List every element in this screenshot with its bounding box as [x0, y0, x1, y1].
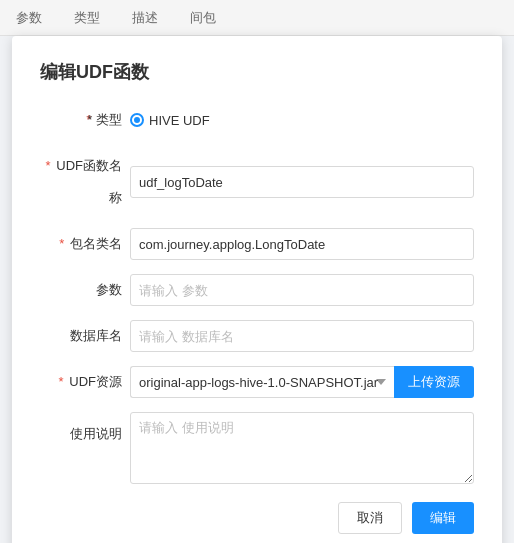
udf-source-select[interactable]: original-app-logs-hive-1.0-SNAPSHOT.jar	[130, 366, 394, 398]
database-input[interactable]	[130, 320, 474, 352]
upload-button[interactable]: 上传资源	[394, 366, 474, 398]
params-label: 参数	[40, 274, 130, 306]
description-row: 使用说明	[40, 412, 474, 484]
topbar-item-2: 类型	[74, 9, 100, 27]
description-label: 使用说明	[40, 412, 130, 450]
edit-udf-modal: 编辑UDF函数 ** 类型 HIVE UDF * UDF函数名称	[12, 36, 502, 543]
cancel-button[interactable]: 取消	[338, 502, 402, 534]
udf-source-row: * UDF资源 original-app-logs-hive-1.0-SNAPS…	[40, 366, 474, 398]
package-row: * 包名类名	[40, 228, 474, 260]
database-label: 数据库名	[40, 320, 130, 352]
type-row: ** 类型 HIVE UDF	[40, 104, 474, 136]
hive-udf-label: HIVE UDF	[149, 113, 210, 128]
udf-name-input[interactable]	[130, 166, 474, 198]
hive-udf-option[interactable]: HIVE UDF	[130, 113, 210, 128]
udf-name-label: * UDF函数名称	[40, 150, 130, 214]
udf-source-label: * UDF资源	[40, 366, 130, 398]
hive-udf-radio[interactable]	[130, 113, 144, 127]
type-radio-group[interactable]: HIVE UDF	[130, 104, 210, 136]
modal-title: 编辑UDF函数	[40, 60, 474, 84]
modal-overlay: 参数 类型 描述 间包 编辑UDF函数 ** 类型 HIVE UDF	[0, 0, 514, 543]
type-label: ** 类型	[40, 104, 130, 136]
udf-name-row: * UDF函数名称	[40, 150, 474, 214]
topbar-item-4: 间包	[190, 9, 216, 27]
params-row: 参数	[40, 274, 474, 306]
topbar-item-3: 描述	[132, 9, 158, 27]
submit-button[interactable]: 编辑	[412, 502, 474, 534]
udf-source-control: original-app-logs-hive-1.0-SNAPSHOT.jar …	[130, 366, 474, 398]
top-bar: 参数 类型 描述 间包	[0, 0, 514, 36]
modal-footer: 取消 编辑	[40, 502, 474, 534]
topbar-item-1: 参数	[16, 9, 42, 27]
package-input[interactable]	[130, 228, 474, 260]
description-textarea[interactable]	[130, 412, 474, 484]
params-input[interactable]	[130, 274, 474, 306]
package-label: * 包名类名	[40, 228, 130, 260]
database-row: 数据库名	[40, 320, 474, 352]
